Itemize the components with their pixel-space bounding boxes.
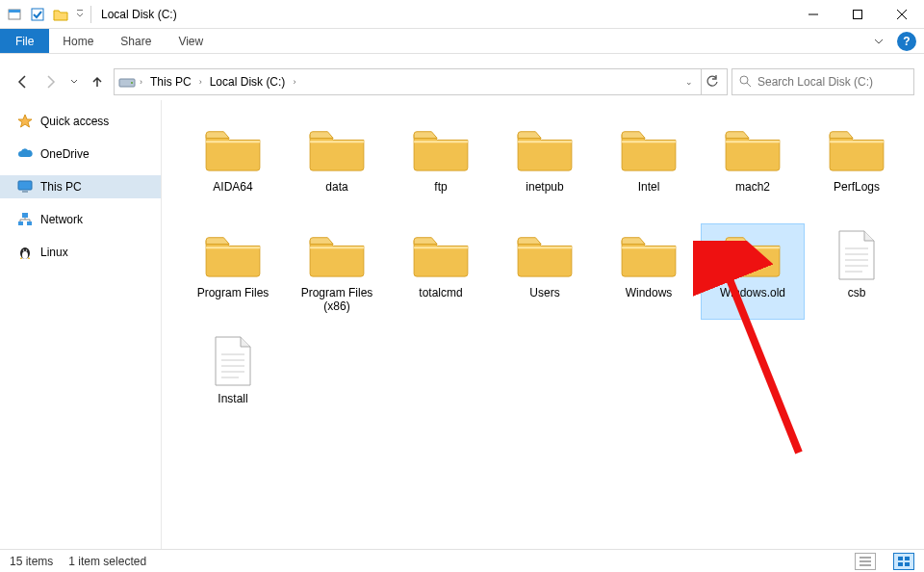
svg-rect-13 (22, 191, 28, 193)
refresh-button[interactable] (701, 69, 723, 94)
checkbox-icon[interactable] (27, 4, 48, 25)
close-button[interactable] (880, 0, 924, 29)
svg-rect-5 (854, 10, 862, 18)
item-label: Install (218, 392, 247, 405)
folder-icon (616, 228, 681, 282)
window-controls (791, 0, 924, 29)
navigation-pane: Quick access OneDrive This PC Network Li… (0, 100, 162, 549)
folder-icon (720, 228, 785, 282)
chevron-right-icon[interactable]: › (293, 77, 295, 87)
file-icon (200, 334, 266, 388)
maximize-button[interactable] (835, 0, 880, 29)
star-icon (17, 114, 33, 129)
search-input[interactable] (757, 75, 908, 89)
folder-icon (304, 122, 370, 176)
svg-rect-1 (9, 10, 20, 13)
folder-item[interactable]: PerfLogs (805, 117, 909, 214)
window-title: Local Disk (C:) (101, 8, 177, 21)
chevron-right-icon[interactable]: › (140, 77, 142, 87)
tab-share[interactable]: Share (107, 29, 165, 53)
item-label: inetpub (526, 180, 563, 194)
item-label: Program Files (x86) (289, 286, 385, 314)
item-label: ftp (434, 180, 447, 194)
file-icon (824, 228, 889, 282)
sidebar-item-label: Quick access (40, 115, 109, 128)
sidebar-item-label: Network (40, 213, 83, 226)
back-button[interactable] (10, 69, 35, 94)
penguin-icon (17, 245, 33, 260)
sidebar-item-this-pc[interactable]: This PC (0, 175, 161, 198)
search-icon (738, 74, 752, 91)
item-label: Windows.old (720, 286, 785, 299)
svg-line-11 (747, 83, 751, 87)
status-selection: 1 item selected (68, 555, 146, 568)
folder-item[interactable]: Intel (597, 117, 701, 214)
expand-ribbon-icon[interactable] (866, 29, 891, 54)
network-icon (17, 212, 33, 227)
sidebar-item-onedrive[interactable]: OneDrive (0, 143, 161, 166)
chevron-right-icon[interactable]: › (199, 77, 202, 87)
qat-dropdown-icon[interactable] (73, 4, 87, 25)
breadcrumb-segment[interactable]: Local Disk (C:) (206, 73, 290, 91)
help-icon[interactable]: ? (897, 32, 916, 51)
svg-point-20 (26, 249, 28, 251)
up-button[interactable] (85, 69, 110, 94)
folder-icon (200, 122, 266, 176)
folder-icon (512, 122, 578, 176)
folder-item[interactable]: Program Files (x86) (285, 223, 389, 320)
svg-rect-26 (898, 562, 903, 566)
file-list[interactable]: AIDA64dataftpinetpubIntelmach2PerfLogsPr… (162, 100, 924, 549)
sidebar-item-label: OneDrive (40, 147, 90, 161)
folder-item[interactable]: totalcmd (389, 223, 493, 320)
svg-rect-16 (27, 221, 32, 225)
sidebar-item-label: Linux (40, 246, 68, 259)
breadcrumb-segment[interactable]: This PC (146, 73, 195, 91)
item-label: mach2 (735, 180, 770, 194)
sidebar-item-quick-access[interactable]: Quick access (0, 110, 161, 133)
recent-dropdown-icon[interactable] (67, 69, 81, 94)
file-tab[interactable]: File (0, 29, 49, 53)
folder-item[interactable]: Windows (597, 223, 701, 320)
svg-point-18 (22, 251, 28, 259)
minimize-button[interactable] (791, 0, 835, 29)
folder-item[interactable]: ftp (389, 117, 493, 214)
folder-icon (720, 122, 785, 176)
sidebar-item-network[interactable]: Network (0, 208, 161, 231)
sidebar-item-label: This PC (40, 180, 82, 194)
folder-item[interactable]: Program Files (181, 223, 285, 320)
address-bar[interactable]: › This PC › Local Disk (C:) › ⌄ (114, 68, 728, 95)
sidebar-item-linux[interactable]: Linux (0, 241, 161, 264)
item-label: Windows (626, 286, 673, 299)
folder-icon (408, 122, 474, 176)
tab-view[interactable]: View (165, 29, 217, 53)
properties-icon[interactable] (4, 4, 25, 25)
svg-point-19 (23, 249, 25, 251)
item-label: PerfLogs (834, 180, 880, 194)
item-label: totalcmd (419, 286, 462, 299)
folder-icon (512, 228, 578, 282)
folder-item[interactable]: Windows.old (701, 223, 805, 320)
file-item[interactable]: Install (181, 329, 285, 426)
folder-item[interactable]: data (285, 117, 389, 214)
folder-item[interactable]: mach2 (701, 117, 805, 214)
svg-rect-25 (905, 557, 910, 560)
divider (90, 6, 91, 23)
monitor-icon (17, 179, 33, 195)
status-count: 15 items (10, 555, 53, 568)
item-label: AIDA64 (213, 180, 252, 194)
folder-item[interactable]: Users (493, 223, 597, 320)
details-view-button[interactable] (855, 553, 876, 570)
folder-icon (824, 122, 889, 176)
address-dropdown-icon[interactable]: ⌄ (681, 73, 697, 91)
quick-access-toolbar (4, 4, 87, 25)
forward-button[interactable] (38, 69, 64, 94)
icons-view-button[interactable] (893, 553, 914, 570)
title-bar: Local Disk (C:) (0, 0, 924, 29)
tab-home[interactable]: Home (49, 29, 107, 53)
folder-item[interactable]: AIDA64 (181, 117, 285, 214)
folder-item[interactable]: inetpub (493, 117, 597, 214)
search-box[interactable] (732, 68, 914, 95)
file-item[interactable]: csb (805, 223, 909, 320)
folder-small-icon[interactable] (50, 4, 71, 25)
folder-icon (200, 228, 266, 282)
